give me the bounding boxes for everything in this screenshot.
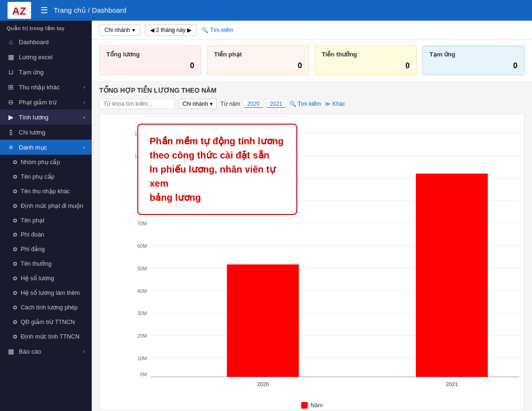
- dot-icon: [13, 247, 17, 251]
- bitcoin-icon: ₿: [7, 128, 15, 136]
- popup-line2: theo công thức cài đặt sẵn: [150, 148, 285, 162]
- sidebar-item-dinh-muc-tinh-ttncn[interactable]: Định mức tính TTNCN: [0, 329, 92, 344]
- list-icon: ≡: [7, 143, 15, 151]
- svg-text:AZ: AZ: [12, 5, 26, 17]
- legend-label: Năm: [310, 402, 322, 409]
- sidebar-item-label: Chi lương: [19, 129, 45, 136]
- card-title: Tạm ứng: [429, 51, 517, 58]
- chart-search-link[interactable]: 🔍 Tìm kiếm: [289, 101, 321, 107]
- chart-filters: Chi nhánh ▾ Từ năm 🔍 Tìm kiếm ≫ Khác: [99, 99, 524, 109]
- dot-icon: [13, 204, 17, 208]
- search-link[interactable]: 🔍 Tìm kiếm: [201, 27, 233, 33]
- time-label: 2 tháng này: [156, 27, 186, 33]
- dot-icon: [13, 219, 17, 222]
- card-value: 0: [214, 62, 302, 70]
- other-link[interactable]: ≫ Khác: [325, 101, 345, 107]
- svg-text:70M: 70M: [137, 221, 147, 226]
- sidebar-item-he-so-luong-lam-them[interactable]: Hệ số lương làm thêm: [0, 285, 92, 300]
- keyword-search-input[interactable]: [99, 99, 175, 109]
- cards-row: Tổng lương 0 Tiền phạt 0 Tiền thưởng 0 T…: [92, 40, 532, 81]
- sidebar-item-label: Phạt giảm trừ: [19, 99, 56, 106]
- chevron-right-icon: ›: [83, 99, 85, 105]
- chevron-right-icon: ›: [83, 84, 85, 90]
- logo: AZ: [8, 2, 31, 19]
- sidebar-item-label: Tên thưởng: [21, 260, 51, 267]
- dot-icon: [13, 160, 17, 164]
- sidebar-item-label: Tính lương: [19, 114, 48, 121]
- sidebar-item-label: Phí đoàn: [21, 231, 44, 238]
- to-year-input[interactable]: [267, 101, 286, 108]
- bar-2021: [416, 174, 488, 377]
- search-icon: 🔍: [201, 27, 208, 33]
- sidebar-item-he-so-luong[interactable]: Hệ số lương: [0, 271, 92, 285]
- svg-text:60M: 60M: [137, 243, 147, 249]
- sidebar-item-label: Báo cáo: [19, 348, 41, 355]
- section-tong-hop: TỔNG HỢP TIỀN LƯƠNG THEO NĂM Chi nhánh ▾…: [92, 81, 532, 411]
- section-title: TỔNG HỢP TIỀN LƯƠNG THEO NĂM: [99, 87, 524, 94]
- card-value: 0: [106, 62, 194, 70]
- legend-color: [301, 402, 308, 409]
- sidebar-item-label: Danh mục: [19, 144, 47, 151]
- chevron-left-icon: ◀: [150, 27, 154, 33]
- sidebar-item-label: Hệ số lương làm thêm: [21, 289, 80, 296]
- sidebar-item-dashboard[interactable]: ⌂ Dashboard: [0, 34, 92, 49]
- dot-icon: [13, 291, 17, 295]
- dot-icon: [13, 320, 17, 324]
- sidebar-item-label: Hệ số lương: [21, 275, 54, 282]
- chart-legend: Năm: [301, 402, 322, 409]
- tray-icon: ⊔: [7, 68, 15, 76]
- sidebar-item-label: Thu nhập khác: [19, 84, 60, 91]
- sidebar-item-ten-thu-nhap-khac[interactable]: Tên thu nhập khác: [0, 184, 92, 198]
- minus-circle-icon: ⊖: [7, 98, 15, 106]
- sidebar-item-label: Lương excel: [19, 54, 53, 61]
- svg-text:0M: 0M: [140, 371, 147, 377]
- play-icon: ▶: [7, 113, 15, 121]
- dot-icon: [13, 277, 17, 280]
- popup-line4: bảng lương: [150, 190, 285, 205]
- dot-icon: [13, 233, 17, 237]
- menu-icon[interactable]: ☰: [40, 5, 48, 16]
- sidebar-item-chi-luong[interactable]: ₿ Chi lương: [0, 125, 92, 140]
- branch-filter-button[interactable]: Chi nhánh ▾: [99, 24, 140, 36]
- card-tien-thuong: Tiền thưởng 0: [315, 46, 417, 75]
- sidebar-item-cach-tinh-luong-phep[interactable]: Cách tính lương phép: [0, 300, 92, 315]
- sidebar-item-ten-phu-cap[interactable]: Tên phụ cấp: [0, 169, 92, 184]
- svg-text:40M: 40M: [137, 288, 147, 294]
- sidebar-item-phat-giam-tru[interactable]: ⊖ Phạt giảm trừ ›: [0, 95, 92, 110]
- main-content: Chi nhánh ▾ ◀ 2 tháng này ▶ 🔍 Tìm kiếm T…: [92, 21, 532, 411]
- sidebar-item-label: Định mức phạt đi muộn: [21, 202, 83, 209]
- sidebar-item-ten-phat[interactable]: Tên phạt: [0, 213, 92, 228]
- sidebar-item-tam-ung[interactable]: ⊔ Tạm ứng: [0, 64, 92, 79]
- sidebar-item-phi-doan[interactable]: Phí đoàn: [0, 228, 92, 242]
- svg-text:2020: 2020: [257, 381, 269, 387]
- chevron-left-icon: ‹: [83, 144, 85, 150]
- branch-chart-filter-button[interactable]: Chi nhánh ▾: [178, 99, 217, 109]
- sidebar-item-danh-muc[interactable]: ≡ Danh mục ‹: [0, 140, 92, 155]
- chevron-right-icon: ▶: [187, 27, 191, 33]
- sidebar-item-nhom-phu-cap[interactable]: Nhóm phụ cấp: [0, 155, 92, 169]
- sidebar-item-phi-dang[interactable]: Phí đảng: [0, 242, 92, 256]
- sidebar-item-qd-giam-tru-ttncn[interactable]: QĐ giảm trừ TTNCN: [0, 315, 92, 329]
- svg-text:20M: 20M: [137, 333, 147, 339]
- sidebar-header: Quản trị trong tầm tay: [0, 21, 92, 34]
- sidebar-item-label: Tạm ứng: [19, 69, 44, 76]
- sidebar-item-ten-thuong[interactable]: Tên thưởng: [0, 256, 92, 271]
- time-filter-button[interactable]: ◀ 2 tháng này ▶: [145, 24, 197, 36]
- card-title: Tổng lương: [106, 51, 194, 58]
- from-year-input[interactable]: [244, 101, 263, 108]
- sidebar-item-luong-excel[interactable]: ▦ Lương excel: [0, 49, 92, 64]
- sidebar-item-dinh-muc-phat-di-muon[interactable]: Định mức phạt đi muộn: [0, 198, 92, 213]
- chevron-right-icon: ‹: [83, 114, 85, 120]
- svg-text:50M: 50M: [137, 266, 147, 271]
- sidebar-item-label: Phí đảng: [21, 245, 45, 253]
- svg-text:10M: 10M: [137, 356, 147, 361]
- sidebar-item-tinh-luong[interactable]: ▶ Tính lương ‹: [0, 110, 92, 125]
- sidebar: Quản trị trong tầm tay ⌂ Dashboard ▦ Lươ…: [0, 21, 92, 411]
- breadcrumb: Trang chủ / Dashboard: [54, 6, 127, 15]
- chart-container: 110M 100M 90M 80M 70M 60M 50M 40M 30M 20…: [99, 114, 524, 411]
- sidebar-item-thu-nhap-khac[interactable]: ⊞ Thu nhập khác ›: [0, 79, 92, 95]
- sidebar-item-bao-cao[interactable]: ▦ Báo cáo ›: [0, 344, 92, 359]
- svg-text:30M: 30M: [137, 310, 147, 316]
- home-icon: ⌂: [7, 38, 15, 46]
- card-value: 0: [429, 62, 517, 70]
